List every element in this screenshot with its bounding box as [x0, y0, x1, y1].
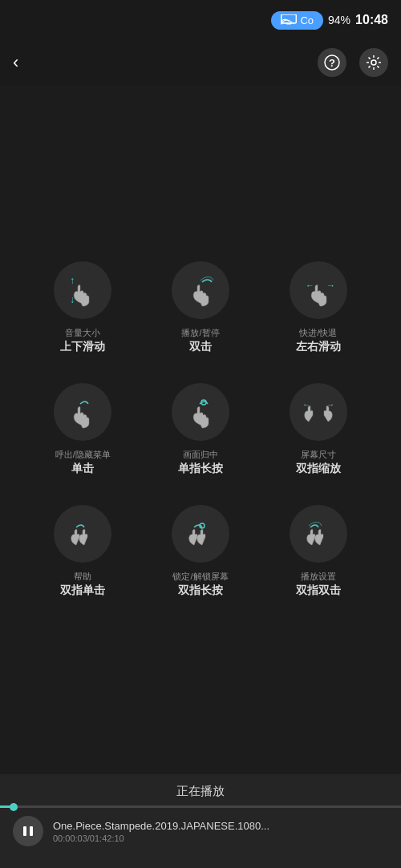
- gesture-icon-volume: ↑ ↓: [54, 261, 111, 319]
- bottom-bar: 正在播放 One.Piece.Stampede.2019.JAPANESE.10…: [0, 774, 401, 868]
- gesture-item-menu: 呼出/隐藏菜单 单击: [24, 369, 142, 491]
- gesture-main-label-seek: 左右滑动: [296, 340, 341, 354]
- gesture-main-label-lock: 双指长按: [178, 583, 223, 598]
- svg-text:?: ?: [329, 57, 335, 69]
- svg-rect-15: [30, 826, 33, 836]
- gesture-main-label-reset: 单指长按: [178, 462, 223, 476]
- svg-point-5: [371, 60, 376, 65]
- gesture-item-help: 帮助 双指单击: [24, 491, 142, 612]
- gesture-icon-playpause: [172, 261, 229, 319]
- gesture-small-label-playpause: 播放/暂停: [181, 327, 219, 338]
- gesture-icon-settings: [290, 505, 347, 563]
- gesture-item-volume: ↑ ↓ 音量大小 上下滑动: [24, 247, 142, 369]
- gesture-main-label-menu: 单击: [71, 462, 94, 476]
- svg-rect-2: [286, 23, 291, 25]
- status-bar: Co 94% 10:48: [0, 0, 401, 40]
- video-area: ↑ ↓ 音量大小 上下滑动 播放/暂停 双击: [0, 85, 401, 774]
- gesture-small-label-seek: 快进/快退: [299, 327, 337, 338]
- cast-icon: [281, 14, 297, 26]
- now-playing-label: 正在播放: [0, 774, 401, 805]
- gesture-item-playpause: 播放/暂停 双击: [142, 247, 260, 369]
- swipe-horizontal-icon: → ←: [301, 273, 336, 308]
- gesture-icon-zoom: ← →: [290, 383, 347, 441]
- gesture-main-label-help: 双指单击: [60, 583, 105, 598]
- svg-text:→: →: [326, 281, 335, 290]
- gesture-icon-reset: [172, 383, 229, 441]
- gesture-small-label-menu: 呼出/隐藏菜单: [55, 449, 111, 460]
- cast-button[interactable]: Co: [271, 11, 323, 30]
- swipe-vertical-icon: ↑ ↓: [65, 273, 100, 308]
- long-press-icon: [183, 394, 218, 430]
- gesture-main-label-settings: 双指双击: [296, 583, 341, 598]
- media-time: 00:00:03/01:42:10: [53, 834, 388, 843]
- battery-indicator: 94%: [328, 14, 350, 26]
- gesture-main-label-playpause: 双击: [189, 340, 212, 354]
- help-button[interactable]: ?: [318, 48, 346, 77]
- svg-text:→: →: [326, 400, 334, 409]
- nav-right-actions: ?: [318, 48, 388, 77]
- gesture-small-label-lock: 锁定/解锁屏幕: [172, 571, 228, 582]
- media-title: One.Piece.Stampede.2019.JAPANESE.1080...: [53, 820, 388, 832]
- gesture-small-label-help: 帮助: [74, 571, 91, 582]
- gesture-item-zoom: ← → 屏幕尺寸 双指缩放: [259, 369, 377, 491]
- two-finger-tap-icon: [65, 516, 100, 551]
- back-button[interactable]: ‹: [13, 52, 18, 73]
- pause-icon: [22, 825, 34, 838]
- nav-bar: ‹ ?: [0, 40, 401, 85]
- gesture-small-label-settings: 播放设置: [301, 571, 336, 582]
- progress-bar[interactable]: [0, 805, 401, 808]
- gesture-item-seek: → ← 快进/快退 左右滑动: [259, 247, 377, 369]
- play-pause-button[interactable]: [13, 816, 43, 846]
- svg-text:←: ←: [306, 281, 314, 290]
- question-icon: ?: [324, 55, 340, 71]
- gesture-item-lock: 锁定/解锁屏幕 双指长按: [142, 491, 260, 612]
- svg-text:←: ←: [302, 400, 310, 409]
- pinch-icon: ← →: [301, 394, 336, 430]
- time-display: 10:48: [355, 13, 388, 27]
- gesture-item-reset: 画面归中 单指长按: [142, 369, 260, 491]
- gesture-main-label-volume: 上下滑动: [60, 340, 105, 354]
- two-finger-long-press-icon: [183, 516, 218, 551]
- gesture-icon-lock: [172, 505, 229, 563]
- gesture-small-label-zoom: 屏幕尺寸: [301, 449, 336, 460]
- media-info: One.Piece.Stampede.2019.JAPANESE.1080...…: [53, 820, 388, 843]
- cast-label: Co: [300, 14, 314, 26]
- svg-rect-0: [282, 14, 297, 23]
- media-row: One.Piece.Stampede.2019.JAPANESE.1080...…: [0, 816, 401, 846]
- gesture-grid: ↑ ↓ 音量大小 上下滑动 播放/暂停 双击: [24, 247, 377, 613]
- svg-text:↑: ↑: [70, 275, 75, 286]
- two-finger-double-tap-icon: [301, 516, 336, 551]
- gesture-icon-help: [54, 505, 111, 563]
- gesture-small-label-reset: 画面归中: [183, 449, 218, 460]
- double-tap-icon: [183, 273, 218, 308]
- svg-text:↓: ↓: [70, 294, 75, 305]
- gesture-item-settings: 播放设置 双指双击: [259, 491, 377, 612]
- progress-dot: [10, 803, 18, 811]
- gesture-icon-seek: → ←: [290, 261, 347, 319]
- gear-icon: [366, 55, 382, 71]
- single-tap-icon: [65, 394, 100, 430]
- gesture-small-label-volume: 音量大小: [65, 327, 100, 338]
- settings-button[interactable]: [359, 48, 388, 77]
- gesture-icon-menu: [54, 383, 111, 441]
- gesture-main-label-zoom: 双指缩放: [296, 462, 341, 476]
- svg-rect-14: [23, 826, 26, 836]
